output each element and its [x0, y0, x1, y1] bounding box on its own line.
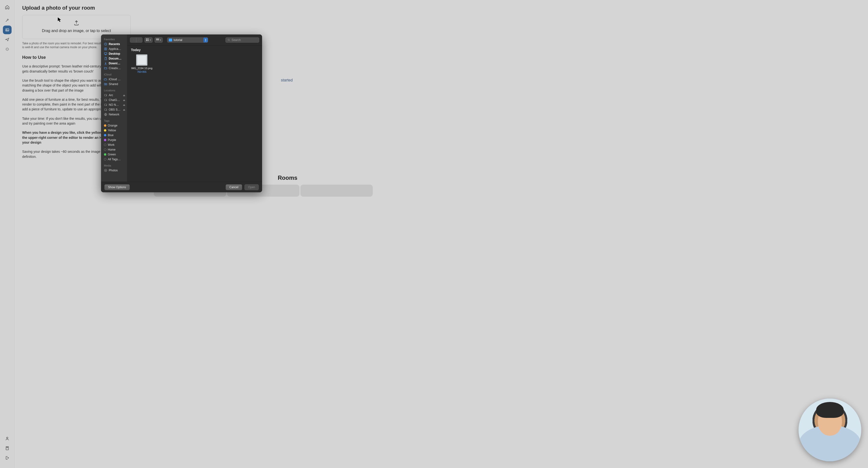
file-tile[interactable]: IMG_2194 10.png760×855: [131, 54, 153, 73]
nav-send-icon[interactable]: [3, 35, 11, 44]
sidebar-item[interactable]: Photos: [103, 168, 126, 173]
sidebar-item-label: Yellow: [108, 129, 116, 132]
folder-icon: [104, 67, 107, 70]
svg-point-15: [106, 110, 106, 110]
tag-dot-icon: [104, 129, 106, 132]
sidebar-tag[interactable]: All Tags…: [103, 157, 126, 162]
tag-dot-icon: [104, 158, 106, 161]
group-by-button[interactable]: ▾: [155, 37, 163, 43]
cancel-button[interactable]: Cancel: [226, 185, 242, 190]
nav-home-icon[interactable]: [3, 3, 11, 11]
sidebar-item[interactable]: Network: [103, 112, 126, 117]
nav-logout-icon[interactable]: [3, 454, 11, 462]
sidebar-section-media: Media: [104, 164, 126, 167]
finder-toolbar: 〈 〉 ▾ ▾ tutorial: [127, 34, 262, 45]
photos-icon: [104, 169, 107, 172]
sidebar-tag[interactable]: Blue: [103, 133, 126, 138]
nav-tools-icon[interactable]: [3, 16, 11, 25]
upload-icon: [73, 20, 79, 27]
sidebar-item-label: Network: [109, 113, 119, 116]
shared-icon: [104, 82, 107, 86]
eject-icon[interactable]: ⏏: [123, 104, 125, 106]
forward-button[interactable]: 〉: [136, 37, 143, 43]
eject-icon[interactable]: ⏏: [123, 108, 125, 111]
show-options-button[interactable]: Show Options: [104, 185, 130, 190]
svg-point-17: [104, 169, 107, 172]
tag-dot-icon: [104, 124, 106, 127]
finder-search-input[interactable]: [231, 38, 257, 42]
finder-search[interactable]: [225, 37, 259, 43]
sidebar-item-label: Recents: [109, 42, 120, 46]
svg-point-29: [228, 39, 229, 40]
app-icon: [104, 47, 107, 51]
file-tiles: IMG_2194 10.png760×855: [131, 54, 258, 73]
room-card[interactable]: [301, 185, 373, 197]
sidebar-item[interactable]: Applicati…: [103, 46, 126, 51]
svg-point-2: [6, 437, 8, 439]
sidebar-item[interactable]: Desktop: [103, 51, 126, 56]
nav-account-icon[interactable]: [3, 434, 11, 443]
svg-rect-19: [146, 39, 147, 39]
sidebar-tag[interactable]: Home: [103, 147, 126, 152]
sidebar-tag[interactable]: Work: [103, 142, 126, 147]
sidebar-item-label: Arc: [109, 94, 113, 97]
sidebar-item[interactable]: OBS S…⏏: [103, 107, 126, 112]
cloud-icon: [104, 77, 107, 81]
file-dimensions-label: 760×855: [137, 71, 146, 73]
sidebar-item-label: OBS S…: [109, 108, 121, 111]
nav-sparkle-icon[interactable]: [3, 45, 11, 54]
open-button[interactable]: Open: [245, 185, 259, 190]
upload-dropzone-text: Drag and drop an image, or tap to select: [42, 29, 111, 33]
nav-bookmark-icon[interactable]: [3, 444, 11, 453]
tag-dot-icon: [104, 153, 106, 156]
tag-dot-icon: [104, 139, 106, 141]
sidebar-tag[interactable]: Orange: [103, 123, 126, 128]
sidebar-tag[interactable]: Purple: [103, 138, 126, 142]
sidebar-item-label: Documents: [109, 57, 122, 60]
disk-icon: [104, 108, 107, 111]
sidebar-section-locations: Locations: [104, 89, 126, 92]
doc-icon: [104, 57, 107, 60]
disk-icon: [104, 103, 107, 106]
sidebar-item[interactable]: Downloads: [103, 61, 126, 66]
file-name-label: IMG_2194 10.png: [131, 67, 152, 70]
sidebar-item-label: Applicati…: [109, 47, 122, 51]
finder-main: 〈 〉 ▾ ▾ tutorial: [127, 34, 262, 182]
finder-sidebar: Favorites RecentsApplicati…DesktopDocume…: [101, 34, 127, 182]
back-button[interactable]: 〈: [130, 37, 136, 43]
sidebar-item[interactable]: NO N…⏏: [103, 102, 126, 107]
sidebar-section-icloud: iCloud: [104, 73, 126, 76]
sidebar-item[interactable]: iCloud Dri…: [103, 77, 126, 82]
eject-icon[interactable]: ⏏: [123, 94, 125, 97]
sidebar-item-label: iCloud Dri…: [109, 77, 122, 81]
svg-point-18: [105, 170, 106, 171]
sidebar-item-label: All Tags…: [108, 158, 121, 161]
svg-rect-22: [148, 40, 149, 41]
sidebar-tag[interactable]: Yellow: [103, 128, 126, 133]
sidebar-item[interactable]: Arc⏏: [103, 93, 126, 98]
tag-dot-icon: [104, 148, 106, 151]
sidebar-section-tags: Tags: [104, 119, 126, 122]
file-grid[interactable]: Today IMG_2194 10.png760×855: [127, 45, 262, 182]
nav-upload-icon[interactable]: [3, 26, 11, 34]
sidebar-media-list: Photos: [103, 168, 126, 173]
sidebar-item[interactable]: Shared: [103, 82, 126, 87]
tag-dot-icon: [104, 134, 106, 136]
svg-rect-26: [156, 39, 157, 40]
view-icons-button[interactable]: ▾: [145, 37, 153, 43]
eject-icon[interactable]: ⏏: [123, 99, 125, 101]
sidebar-icloud-list: iCloud Dri…Shared: [103, 77, 126, 87]
sidebar-tag[interactable]: Green: [103, 152, 126, 157]
sidebar-item-label: Shared: [109, 82, 118, 86]
search-icon: [227, 39, 230, 41]
folder-path-select[interactable]: tutorial ▲▼: [167, 37, 208, 43]
folder-path-name: tutorial: [174, 38, 203, 42]
sidebar-item[interactable]: Documents: [103, 56, 126, 61]
sidebar-item[interactable]: ChatG…⏏: [103, 98, 126, 102]
sidebar-item[interactable]: Creative…: [103, 66, 126, 71]
sidebar-section-favorites: Favorites: [104, 38, 126, 41]
sidebar-locations-list: Arc⏏ChatG…⏏NO N…⏏OBS S…⏏Network: [103, 93, 126, 117]
folder-icon: [169, 39, 172, 41]
sidebar-item[interactable]: Recents: [103, 42, 126, 46]
sidebar-item-label: ChatG…: [109, 98, 120, 102]
